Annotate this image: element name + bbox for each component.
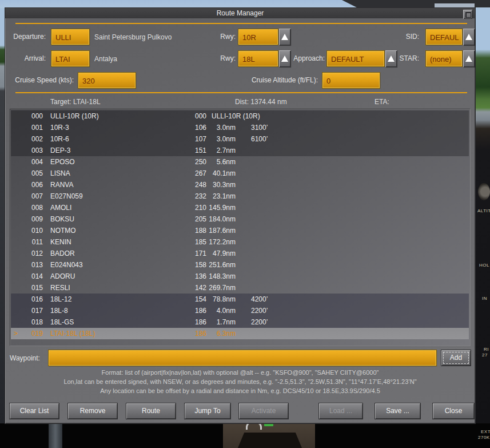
arr-rwy-label: Rwy: — [207, 54, 236, 62]
help-line-3: Any location can be be offset by a radia… — [5, 387, 475, 394]
route-cell-b: 3.0nm — [217, 133, 236, 145]
route-row[interactable]: 01718L-81864.0nm2200’ — [11, 305, 469, 316]
route-cell-b: 184.0nm — [209, 213, 236, 225]
waypoint-input[interactable] — [49, 350, 436, 366]
route-row[interactable]: 007E027N05923223.1nm — [11, 191, 469, 202]
route-row[interactable]: 004EPOSO2505.6nm — [11, 156, 469, 168]
route-row[interactable]: 010NOTMO188187.6nm — [11, 225, 469, 236]
route-row[interactable]: 00210R-61073.0nm6100’ — [11, 133, 469, 145]
route-cell-alt: 6100’ — [251, 133, 268, 145]
arr-rwy-input[interactable]: 18L — [238, 51, 278, 66]
route-row[interactable]: 005LISNA26740.1nm — [11, 168, 469, 179]
approach-label: Approach: — [285, 54, 325, 62]
close-window-button[interactable]: Close — [433, 403, 474, 419]
scenery-right-strip — [475, 8, 490, 423]
sid-input[interactable]: DEFAUL — [426, 29, 462, 45]
route-cell-idx: 019 — [19, 328, 43, 339]
background-text: 27 — [482, 352, 488, 358]
cruise-altitude-input[interactable]: 0 — [322, 73, 380, 88]
route-cell-idx: 008 — [19, 202, 43, 213]
load-button[interactable]: Load ... — [319, 403, 362, 419]
background-text: HOL — [479, 263, 489, 268]
route-cell-a: 107 — [195, 133, 206, 145]
close-button[interactable] — [463, 10, 472, 19]
route-button[interactable]: Route — [126, 403, 176, 419]
route-cell-name: ULLI-10R (10R) — [50, 110, 99, 122]
route-row[interactable]: 006RANVA24830.3nm — [11, 179, 469, 191]
route-cell-idx: 007 — [19, 191, 43, 202]
dep-rwy-spinner-button[interactable] — [279, 29, 290, 45]
activate-button[interactable]: Activate — [239, 403, 288, 419]
route-cell-name: AMOLI — [50, 202, 71, 213]
star-label: STAR: — [391, 54, 419, 62]
departure-input[interactable]: ULLI — [51, 29, 89, 45]
route-cell-idx: 006 — [19, 179, 43, 191]
route-cell-idx: 016 — [19, 294, 43, 305]
approach-input[interactable]: DEFAULT — [327, 51, 384, 66]
route-cell-name: 18L-12 — [50, 294, 71, 305]
route-row[interactable]: 003DEP-31512.7nm — [11, 145, 469, 156]
route-row[interactable]: 01618L-1215478.8nm4200’ — [11, 294, 469, 305]
route-cell-b: 148.3nm — [209, 271, 236, 282]
route-row[interactable]: 014ADORU136148.3nm — [11, 271, 469, 282]
route-cell-b: 269.7nm — [209, 282, 236, 294]
background-text: ALTIT — [477, 208, 490, 213]
route-cell-b: 251.6nm — [209, 259, 236, 271]
route-cell-name: BOKSU — [50, 213, 74, 225]
route-cell-name: E027N059 — [50, 191, 83, 202]
route-cell-name: 18L-8 — [50, 305, 68, 316]
route-cell-a: 171 — [195, 248, 206, 259]
cruise-speed-input[interactable]: 320 — [78, 73, 136, 88]
separator-line-mid — [15, 92, 467, 93]
clear-list-button[interactable]: Clear List — [10, 403, 59, 419]
help-line-1: Format: list of (airport|fix|nav|lon,lat… — [5, 369, 475, 376]
route-row[interactable]: 01818L-GS1861.7nm2200’ — [11, 316, 469, 328]
dist-summary: Dist: 1374.44 nm — [235, 98, 287, 106]
scenery-left-strip — [0, 8, 5, 423]
sid-spinner-button[interactable] — [463, 29, 475, 45]
route-row[interactable]: 013E024N043158251.6nm — [11, 259, 469, 271]
route-cell-b: 187.6nm — [209, 225, 236, 236]
route-cell-alt: 4200’ — [251, 294, 268, 305]
route-row[interactable]: 00110R-31063.0nm3100’ — [11, 122, 469, 133]
remove-button[interactable]: Remove — [68, 403, 117, 419]
arrival-input[interactable]: LTAI — [51, 51, 89, 66]
jump-to-button[interactable]: Jump To — [185, 403, 230, 419]
dep-rwy-input[interactable]: 10R — [238, 29, 278, 45]
route-row[interactable]: 000ULLI-10R (10R)000ULLI-10R (10R) — [11, 110, 469, 122]
title-bar[interactable]: Route Manager — [5, 8, 475, 18]
background-text: RI — [484, 347, 489, 352]
route-row[interactable]: >019LTAI-18L (18L)1866.3nm — [11, 328, 469, 339]
route-cell-name: KENIN — [50, 236, 71, 248]
add-button[interactable]: Add — [441, 350, 471, 366]
route-cell-a: 186 — [195, 316, 206, 328]
route-cell-a: 250 — [195, 156, 206, 168]
route-row[interactable]: 012BADOR17147.9nm — [11, 248, 469, 259]
route-cell-idx: 011 — [19, 236, 43, 248]
route-cell-idx: 012 — [19, 248, 43, 259]
route-cell-idx: 005 — [19, 168, 43, 179]
route-cell-a: 186 — [195, 305, 206, 316]
route-cell-idx: 009 — [19, 213, 43, 225]
star-input[interactable]: (none) — [426, 51, 462, 66]
save-button[interactable]: Save ... — [375, 403, 420, 419]
route-cell-idx: 002 — [19, 133, 43, 145]
route-row[interactable]: 009BOKSU205184.0nm — [11, 213, 469, 225]
route-cell-a: 000 — [195, 110, 206, 122]
route-row[interactable]: 008AMOLI210145.9nm — [11, 202, 469, 213]
cockpit-dial — [478, 183, 490, 200]
route-cell-idx: 017 — [19, 305, 43, 316]
route-row[interactable]: 015RESLI142269.7nm — [11, 282, 469, 294]
route-list[interactable]: 000ULLI-10R (10R)000ULLI-10R (10R)00110R… — [10, 109, 470, 346]
route-cell-a: 188 — [195, 225, 206, 236]
route-cell-idx: 003 — [19, 145, 43, 156]
route-row[interactable]: 011KENIN185172.2nm — [11, 236, 469, 248]
route-cell-b: 30.3nm — [213, 179, 236, 191]
cockpit-instrument-opening — [238, 433, 302, 448]
route-cell-b: 23.1nm — [213, 191, 236, 202]
route-cell-a: 151 — [195, 145, 206, 156]
window-box-icon — [465, 12, 471, 18]
departure-airport-name: Saint Petersburg Pulkovo — [94, 33, 172, 41]
route-cell-b: 2.7nm — [217, 145, 236, 156]
star-spinner-button[interactable] — [463, 50, 475, 67]
